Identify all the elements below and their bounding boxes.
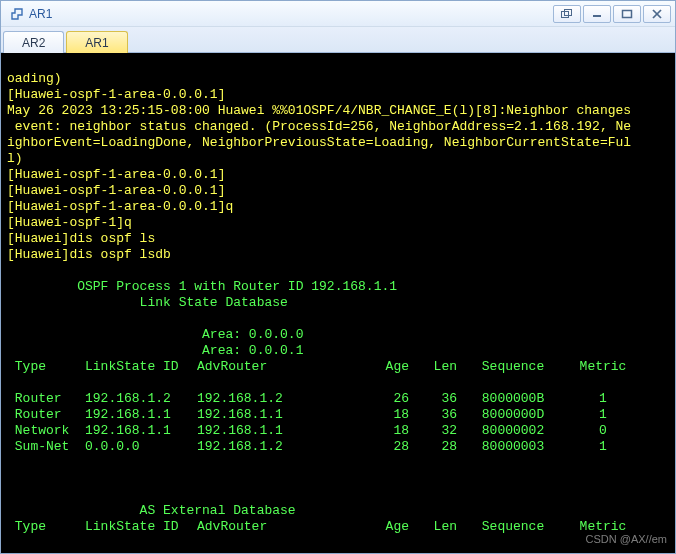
tab-ar1[interactable]: AR1 <box>66 31 127 53</box>
col-advrouter: AdvRouter <box>197 519 367 535</box>
app-window: AR1 AR2 AR1 oading) [Huawei-ospf-1-area-… <box>0 0 676 554</box>
svg-line-4 <box>653 10 661 18</box>
col-linkstate: LinkState ID <box>85 359 197 375</box>
cell-type: External <box>7 551 85 553</box>
cell-type: Network <box>7 423 85 439</box>
svg-rect-1 <box>565 9 572 15</box>
blank-line <box>7 311 15 326</box>
blank-line <box>7 487 15 502</box>
col-age: Age <box>367 519 409 535</box>
cell-ls: 0.0.0.0 <box>85 439 197 455</box>
table-header: TypeLinkState IDAdvRouterAgeLenSequenceM… <box>7 519 669 535</box>
cell-type: Sum-Net <box>7 439 85 455</box>
cell-seq: 80000002 <box>457 551 569 553</box>
log-line: [Huawei-ospf-1-area-0.0.0.1] <box>7 183 225 198</box>
cell-len: 32 <box>409 423 457 439</box>
col-seq: Sequence <box>457 519 569 535</box>
cell-ls: 192.168.1.2 <box>85 391 197 407</box>
blank-line <box>7 263 15 278</box>
cmd-line: [Huawei]dis ospf ls <box>7 231 155 246</box>
ext-heading: AS External Database <box>7 503 296 518</box>
area-line: Area: 0.0.0.1 <box>7 343 303 358</box>
cell-age: 3597 <box>367 551 409 553</box>
cell-seq: 8000000B <box>457 391 569 407</box>
cell-met: 1 <box>569 407 637 423</box>
lsdb-heading: OSPF Process 1 with Router ID 192.168.1.… <box>7 279 397 294</box>
col-advrouter: AdvRouter <box>197 359 367 375</box>
log-line: oading) <box>7 71 62 86</box>
maximize-button[interactable] <box>613 5 641 23</box>
col-linkstate: LinkState ID <box>85 519 197 535</box>
table-row: Network192.168.1.1192.168.1.118328000000… <box>7 423 669 439</box>
minimize-button[interactable] <box>583 5 611 23</box>
cell-adv: 192.168.4.2 <box>197 551 367 553</box>
cell-met: 1 <box>569 551 637 553</box>
cell-met: 1 <box>569 391 637 407</box>
cell-len: 28 <box>409 439 457 455</box>
cell-met: 1 <box>569 439 637 455</box>
svg-rect-0 <box>562 11 569 17</box>
cell-age: 18 <box>367 423 409 439</box>
log-line: [Huawei-ospf-1-area-0.0.0.1] <box>7 167 225 182</box>
terminal[interactable]: oading) [Huawei-ospf-1-area-0.0.0.1] May… <box>1 53 675 553</box>
col-len: Len <box>409 359 457 375</box>
log-line: May 26 2023 13:25:15-08:00 Huawei %%01OS… <box>7 103 631 166</box>
decouple-button[interactable] <box>553 5 581 23</box>
cmd-line: [Huawei]dis ospf lsdb <box>7 247 171 262</box>
cell-len: 36 <box>409 407 457 423</box>
watermark: CSDN @AX//em <box>586 531 667 547</box>
tab-bar: AR2 AR1 <box>1 27 675 53</box>
table-row: Router192.168.1.1192.168.1.118368000000D… <box>7 407 669 423</box>
col-metric: Metric <box>569 359 637 375</box>
table-header: TypeLinkState IDAdvRouterAgeLenSequenceM… <box>7 359 669 375</box>
table-row: Sum-Net0.0.0.0192.168.1.22828800000031 <box>7 439 669 455</box>
cell-ls: 192.168.4.0 <box>85 551 197 553</box>
col-type: Type <box>7 359 85 375</box>
cell-adv: 192.168.1.2 <box>197 391 367 407</box>
table-row: Router192.168.1.2192.168.1.226368000000B… <box>7 391 669 407</box>
svg-rect-3 <box>623 10 632 17</box>
titlebar: AR1 <box>1 1 675 27</box>
cell-age: 26 <box>367 391 409 407</box>
log-line: [Huawei-ospf-1]q <box>7 215 132 230</box>
col-seq: Sequence <box>457 359 569 375</box>
cell-len: 36 <box>409 391 457 407</box>
table-row: External192.168.4.0192.168.4.23597368000… <box>7 551 669 553</box>
lsdb-heading: Link State Database <box>7 295 288 310</box>
cell-met: 0 <box>569 423 637 439</box>
log-line: [Huawei-ospf-1-area-0.0.0.1]q <box>7 199 233 214</box>
window-title: AR1 <box>29 7 52 21</box>
area-line: Area: 0.0.0.0 <box>7 327 303 342</box>
cell-ls: 192.168.1.1 <box>85 407 197 423</box>
cell-type: Router <box>7 391 85 407</box>
app-icon <box>9 6 25 22</box>
cell-type: Router <box>7 407 85 423</box>
cell-len: 36 <box>409 551 457 553</box>
tab-ar2[interactable]: AR2 <box>3 31 64 53</box>
blank-line <box>7 471 15 486</box>
cell-seq: 80000003 <box>457 439 569 455</box>
cell-seq: 8000000D <box>457 407 569 423</box>
col-age: Age <box>367 359 409 375</box>
cell-ls: 192.168.1.1 <box>85 423 197 439</box>
close-button[interactable] <box>643 5 671 23</box>
col-len: Len <box>409 519 457 535</box>
svg-line-5 <box>653 10 661 18</box>
col-type: Type <box>7 519 85 535</box>
cell-seq: 80000002 <box>457 423 569 439</box>
cell-adv: 192.168.1.1 <box>197 423 367 439</box>
log-line: [Huawei-ospf-1-area-0.0.0.1] <box>7 87 225 102</box>
cell-adv: 192.168.1.1 <box>197 407 367 423</box>
cell-age: 18 <box>367 407 409 423</box>
cell-age: 28 <box>367 439 409 455</box>
cell-adv: 192.168.1.2 <box>197 439 367 455</box>
